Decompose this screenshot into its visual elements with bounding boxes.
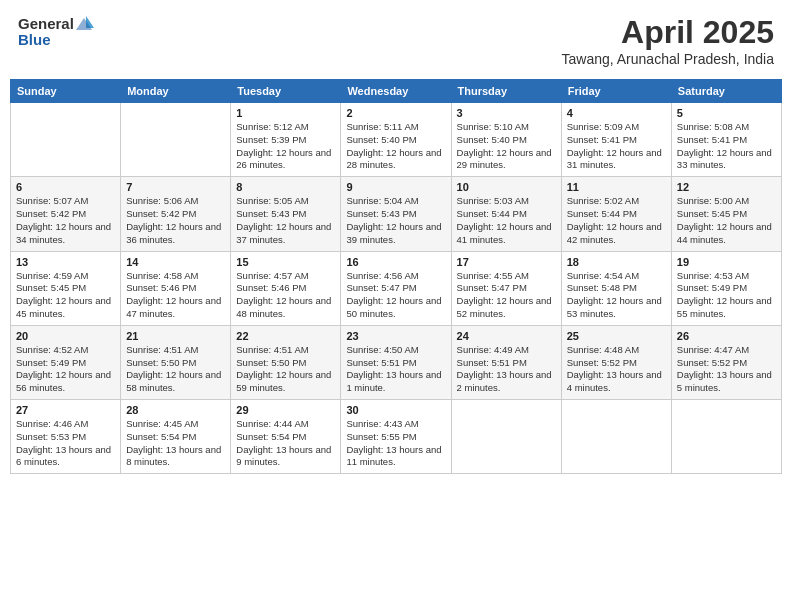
- calendar-cell: 13Sunrise: 4:59 AMSunset: 5:45 PMDayligh…: [11, 251, 121, 325]
- day-info: Sunrise: 5:12 AMSunset: 5:39 PMDaylight:…: [236, 121, 335, 172]
- day-info: Sunrise: 5:06 AMSunset: 5:42 PMDaylight:…: [126, 195, 225, 246]
- calendar-cell: 30Sunrise: 4:43 AMSunset: 5:55 PMDayligh…: [341, 400, 451, 474]
- logo-blue-text: Blue: [18, 32, 94, 49]
- weekday-header-thursday: Thursday: [451, 80, 561, 103]
- calendar-cell: [561, 400, 671, 474]
- day-info-line: Sunrise: 4:53 AM: [677, 270, 776, 283]
- day-info-line: Sunrise: 4:51 AM: [236, 344, 335, 357]
- location-subtitle: Tawang, Arunachal Pradesh, India: [562, 51, 774, 67]
- day-info-line: Daylight: 13 hours and 2 minutes.: [457, 369, 556, 395]
- day-info: Sunrise: 4:46 AMSunset: 5:53 PMDaylight:…: [16, 418, 115, 469]
- day-info: Sunrise: 4:50 AMSunset: 5:51 PMDaylight:…: [346, 344, 445, 395]
- day-info-line: Sunset: 5:47 PM: [346, 282, 445, 295]
- calendar-cell: 2Sunrise: 5:11 AMSunset: 5:40 PMDaylight…: [341, 103, 451, 177]
- calendar-cell: 12Sunrise: 5:00 AMSunset: 5:45 PMDayligh…: [671, 177, 781, 251]
- logo-icon: [74, 14, 94, 34]
- day-info-line: Daylight: 12 hours and 26 minutes.: [236, 147, 335, 173]
- day-number: 21: [126, 330, 225, 342]
- day-info-line: Sunset: 5:49 PM: [677, 282, 776, 295]
- day-info-line: Daylight: 13 hours and 11 minutes.: [346, 444, 445, 470]
- day-info: Sunrise: 4:48 AMSunset: 5:52 PMDaylight:…: [567, 344, 666, 395]
- day-number: 15: [236, 256, 335, 268]
- page-header: General Blue April 2025 Tawang, Arunacha…: [10, 10, 782, 71]
- weekday-header-sunday: Sunday: [11, 80, 121, 103]
- calendar-week-2: 6Sunrise: 5:07 AMSunset: 5:42 PMDaylight…: [11, 177, 782, 251]
- day-number: 12: [677, 181, 776, 193]
- day-info-line: Sunrise: 4:48 AM: [567, 344, 666, 357]
- day-info-line: Daylight: 12 hours and 36 minutes.: [126, 221, 225, 247]
- calendar-week-1: 1Sunrise: 5:12 AMSunset: 5:39 PMDaylight…: [11, 103, 782, 177]
- day-info-line: Sunrise: 5:06 AM: [126, 195, 225, 208]
- day-info-line: Sunrise: 5:11 AM: [346, 121, 445, 134]
- day-number: 13: [16, 256, 115, 268]
- calendar-cell: 28Sunrise: 4:45 AMSunset: 5:54 PMDayligh…: [121, 400, 231, 474]
- day-info-line: Sunset: 5:44 PM: [457, 208, 556, 221]
- calendar-cell: 19Sunrise: 4:53 AMSunset: 5:49 PMDayligh…: [671, 251, 781, 325]
- day-info-line: Sunset: 5:41 PM: [677, 134, 776, 147]
- day-info-line: Daylight: 13 hours and 4 minutes.: [567, 369, 666, 395]
- day-info: Sunrise: 5:08 AMSunset: 5:41 PMDaylight:…: [677, 121, 776, 172]
- day-info-line: Sunrise: 4:57 AM: [236, 270, 335, 283]
- day-info-line: Sunrise: 4:50 AM: [346, 344, 445, 357]
- day-info-line: Sunrise: 5:12 AM: [236, 121, 335, 134]
- day-number: 24: [457, 330, 556, 342]
- day-number: 9: [346, 181, 445, 193]
- day-info-line: Sunset: 5:51 PM: [457, 357, 556, 370]
- day-info-line: Sunrise: 4:49 AM: [457, 344, 556, 357]
- day-info-line: Sunset: 5:43 PM: [236, 208, 335, 221]
- calendar-cell: 26Sunrise: 4:47 AMSunset: 5:52 PMDayligh…: [671, 325, 781, 399]
- day-info-line: Daylight: 12 hours and 56 minutes.: [16, 369, 115, 395]
- weekday-header-tuesday: Tuesday: [231, 80, 341, 103]
- day-info-line: Sunrise: 4:59 AM: [16, 270, 115, 283]
- calendar-cell: [671, 400, 781, 474]
- day-info-line: Daylight: 13 hours and 9 minutes.: [236, 444, 335, 470]
- day-number: 28: [126, 404, 225, 416]
- day-info-line: Daylight: 12 hours and 58 minutes.: [126, 369, 225, 395]
- day-info-line: Sunset: 5:41 PM: [567, 134, 666, 147]
- day-number: 2: [346, 107, 445, 119]
- calendar-cell: 27Sunrise: 4:46 AMSunset: 5:53 PMDayligh…: [11, 400, 121, 474]
- day-info-line: Sunrise: 5:07 AM: [16, 195, 115, 208]
- calendar-cell: 8Sunrise: 5:05 AMSunset: 5:43 PMDaylight…: [231, 177, 341, 251]
- title-block: April 2025 Tawang, Arunachal Pradesh, In…: [562, 14, 774, 67]
- day-info-line: Daylight: 12 hours and 42 minutes.: [567, 221, 666, 247]
- day-info: Sunrise: 5:05 AMSunset: 5:43 PMDaylight:…: [236, 195, 335, 246]
- weekday-header-monday: Monday: [121, 80, 231, 103]
- day-info-line: Sunrise: 5:08 AM: [677, 121, 776, 134]
- calendar-cell: 23Sunrise: 4:50 AMSunset: 5:51 PMDayligh…: [341, 325, 451, 399]
- day-number: 4: [567, 107, 666, 119]
- day-info-line: Sunrise: 4:46 AM: [16, 418, 115, 431]
- day-number: 16: [346, 256, 445, 268]
- logo-general-text: General: [18, 16, 74, 33]
- day-info-line: Sunset: 5:45 PM: [677, 208, 776, 221]
- day-info: Sunrise: 4:55 AMSunset: 5:47 PMDaylight:…: [457, 270, 556, 321]
- day-info-line: Sunset: 5:42 PM: [16, 208, 115, 221]
- calendar-cell: 3Sunrise: 5:10 AMSunset: 5:40 PMDaylight…: [451, 103, 561, 177]
- day-number: 14: [126, 256, 225, 268]
- calendar-cell: 20Sunrise: 4:52 AMSunset: 5:49 PMDayligh…: [11, 325, 121, 399]
- calendar-cell: [11, 103, 121, 177]
- day-info-line: Sunset: 5:40 PM: [457, 134, 556, 147]
- day-number: 5: [677, 107, 776, 119]
- day-info-line: Sunset: 5:40 PM: [346, 134, 445, 147]
- day-info-line: Daylight: 12 hours and 48 minutes.: [236, 295, 335, 321]
- day-info-line: Sunrise: 4:47 AM: [677, 344, 776, 357]
- day-info-line: Sunrise: 4:58 AM: [126, 270, 225, 283]
- day-info-line: Sunset: 5:46 PM: [236, 282, 335, 295]
- day-info-line: Daylight: 12 hours and 33 minutes.: [677, 147, 776, 173]
- day-info-line: Daylight: 13 hours and 8 minutes.: [126, 444, 225, 470]
- day-info-line: Sunrise: 4:43 AM: [346, 418, 445, 431]
- calendar-cell: 10Sunrise: 5:03 AMSunset: 5:44 PMDayligh…: [451, 177, 561, 251]
- day-info-line: Daylight: 12 hours and 55 minutes.: [677, 295, 776, 321]
- day-info: Sunrise: 4:56 AMSunset: 5:47 PMDaylight:…: [346, 270, 445, 321]
- day-info-line: Sunset: 5:42 PM: [126, 208, 225, 221]
- day-number: 29: [236, 404, 335, 416]
- day-info-line: Sunset: 5:52 PM: [567, 357, 666, 370]
- day-info-line: Sunset: 5:52 PM: [677, 357, 776, 370]
- day-number: 19: [677, 256, 776, 268]
- calendar-week-3: 13Sunrise: 4:59 AMSunset: 5:45 PMDayligh…: [11, 251, 782, 325]
- day-info-line: Sunrise: 4:51 AM: [126, 344, 225, 357]
- day-number: 30: [346, 404, 445, 416]
- calendar-cell: 16Sunrise: 4:56 AMSunset: 5:47 PMDayligh…: [341, 251, 451, 325]
- day-info-line: Sunset: 5:44 PM: [567, 208, 666, 221]
